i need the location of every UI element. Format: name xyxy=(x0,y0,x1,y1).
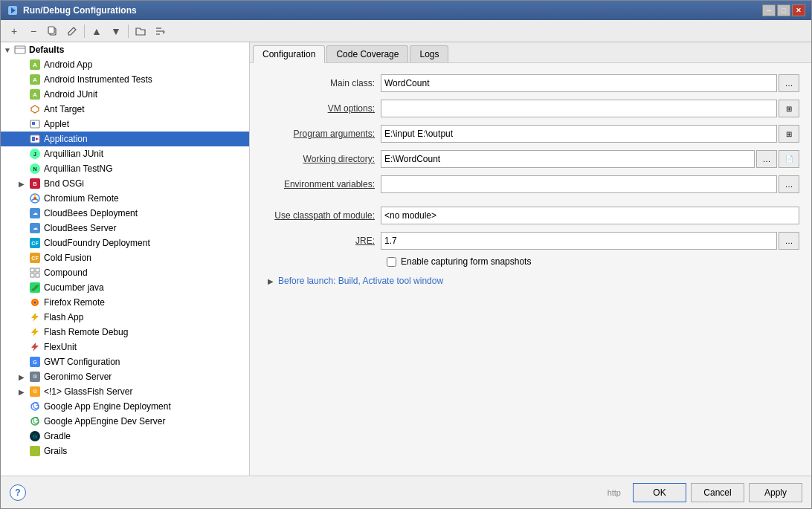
android-instrumented-icon: A xyxy=(29,74,41,85)
bottom-buttons: http OK Cancel Apply xyxy=(608,483,802,502)
android-instrumented-label: Android Instrumented Tests xyxy=(44,74,152,85)
tree-item-grails[interactable]: Grails xyxy=(1,444,249,458)
svg-text:G: G xyxy=(33,401,39,411)
gradle-icon: G xyxy=(29,430,41,442)
add-button[interactable]: + xyxy=(5,23,23,39)
tab-logs[interactable]: Logs xyxy=(410,45,448,62)
svg-marker-28 xyxy=(31,328,39,337)
dialog-icon xyxy=(7,4,19,16)
chromium-remote-icon xyxy=(29,192,41,204)
tab-configuration[interactable]: Configuration xyxy=(253,45,325,63)
module-select[interactable]: <no module> xyxy=(381,207,799,224)
minimize-button[interactable]: ─ xyxy=(762,4,776,16)
tree-item-flash-app[interactable]: Flash App xyxy=(1,310,249,325)
tree-item-compound[interactable]: Compound xyxy=(1,265,249,280)
edit-button[interactable] xyxy=(63,23,81,39)
tree-item-geronimo-server[interactable]: ▶ ⚙ Geronimo Server xyxy=(1,369,249,384)
svg-rect-20 xyxy=(30,268,34,272)
enable-snapshots-checkbox[interactable] xyxy=(387,257,396,267)
module-combo-wrapper: <no module> xyxy=(381,207,799,224)
jre-select[interactable]: 1.7 xyxy=(381,232,777,250)
env-vars-browse-button[interactable]: … xyxy=(779,175,799,193)
before-launch-expander[interactable]: ▶ xyxy=(268,277,274,285)
tree-item-defaults[interactable]: ▼ Defaults xyxy=(1,42,249,57)
close-button[interactable]: ✕ xyxy=(792,4,805,16)
main-class-input[interactable] xyxy=(381,74,777,92)
help-button[interactable]: ? xyxy=(10,484,26,501)
move-down-button[interactable]: ▼ xyxy=(107,23,125,39)
program-args-expand-button[interactable]: ⊞ xyxy=(779,125,799,143)
module-row: Use classpath of module: <no module> xyxy=(262,206,799,225)
arquillian-junit-icon: J xyxy=(29,148,41,160)
tree-item-google-appengine-dev[interactable]: G Google AppEngine Dev Server xyxy=(1,414,249,429)
configuration-panel: Main class: … VM options: ⊞ Program argu… xyxy=(250,63,811,476)
cancel-button[interactable]: Cancel xyxy=(691,483,744,502)
tree-item-firefox-remote[interactable]: Firefox Remote xyxy=(1,295,249,310)
tab-code-coverage[interactable]: Code Coverage xyxy=(326,45,408,62)
tree-item-cucumber-java[interactable]: 🥒 Cucumber java xyxy=(1,280,249,295)
title-bar: Run/Debug Configurations ─ □ ✕ xyxy=(1,1,811,20)
tree-item-arquillian-testng[interactable]: N Arquillian TestNG xyxy=(1,161,249,176)
before-launch-link[interactable]: Before launch: Build, Activate tool wind… xyxy=(278,276,443,286)
jre-browse-button[interactable]: … xyxy=(779,232,799,250)
tree-item-cloudfoundry[interactable]: CF CloudFoundry Deployment xyxy=(1,236,249,250)
working-dir-row: Working directory: … 📄 xyxy=(262,149,799,169)
env-vars-input[interactable] xyxy=(381,175,777,193)
jre-label: JRE: xyxy=(262,236,381,246)
gradle-label: Gradle xyxy=(44,431,71,441)
move-up-button[interactable]: ▲ xyxy=(88,23,106,39)
tree-item-application[interactable]: Application xyxy=(1,132,249,146)
tree-item-flexunit[interactable]: FlexUnit xyxy=(1,340,249,354)
apply-button[interactable]: Apply xyxy=(749,483,802,502)
tree-item-arquillian-junit[interactable]: J Arquillian JUnit xyxy=(1,146,249,161)
chromium-remote-label: Chromium Remote xyxy=(44,193,119,204)
tree-item-android-app[interactable]: A Android App xyxy=(1,57,249,72)
working-dir-macro-button[interactable]: 📄 xyxy=(779,150,799,168)
cloudbees-server-label: CloudBees Server xyxy=(44,223,116,233)
tree-item-bnd-osgi[interactable]: ▶ B Bnd OSGi xyxy=(1,176,249,191)
tree-item-cold-fusion[interactable]: CF Cold Fusion xyxy=(1,250,249,265)
geronimo-server-icon: ⚙ xyxy=(29,371,41,383)
toolbar: + − ▲ ▼ xyxy=(1,20,811,42)
application-icon xyxy=(29,133,41,145)
tree-item-gradle[interactable]: G Gradle xyxy=(1,429,249,444)
tree-item-gwt-configuration[interactable]: G GWT Configuration xyxy=(1,354,249,369)
tree-item-android-instrumented[interactable]: A Android Instrumented Tests xyxy=(1,72,249,87)
remove-button[interactable]: − xyxy=(25,23,42,39)
main-class-row: Main class: … xyxy=(262,74,799,93)
main-class-browse-button[interactable]: … xyxy=(779,74,799,92)
tree-item-flash-remote-debug[interactable]: Flash Remote Debug xyxy=(1,325,249,340)
tree-item-ant-target[interactable]: Ant Target xyxy=(1,102,249,117)
google-appengine-dev-label: Google AppEngine Dev Server xyxy=(44,416,165,427)
android-app-label: Android App xyxy=(44,59,92,70)
tree-item-cloudbees-server[interactable]: ☁ CloudBees Server xyxy=(1,221,249,236)
flexunit-icon xyxy=(29,341,41,353)
url-hint: http xyxy=(608,488,621,497)
applet-label: Applet xyxy=(44,119,69,129)
program-args-input[interactable] xyxy=(381,125,777,143)
folder-button[interactable] xyxy=(132,23,149,39)
google-appengine-dev-icon: G xyxy=(29,415,41,427)
vm-options-input[interactable] xyxy=(381,100,777,117)
copy-button[interactable] xyxy=(44,23,62,39)
tabs-bar: Configuration Code Coverage Logs xyxy=(250,42,811,63)
tree-item-android-junit[interactable]: A Android JUnit xyxy=(1,87,249,102)
cucumber-java-label: Cucumber java xyxy=(44,282,104,293)
working-dir-input[interactable] xyxy=(381,150,755,168)
tree-item-chromium-remote[interactable]: Chromium Remote xyxy=(1,191,249,206)
tree-item-cloudbees-deployment[interactable]: ☁ CloudBees Deployment xyxy=(1,206,249,221)
ok-button[interactable]: OK xyxy=(633,483,686,502)
tree-item-glassfish-server[interactable]: ▶ ⚙ <!1> GlassFish Server xyxy=(1,384,249,399)
bottom-bar: ? http OK Cancel Apply xyxy=(1,476,811,508)
application-label: Application xyxy=(44,134,88,144)
tree-item-google-app-engine[interactable]: G Google App Engine Deployment xyxy=(1,399,249,414)
vm-options-expand-button[interactable]: ⊞ xyxy=(779,100,799,117)
program-args-row: Program arguments: ⊞ xyxy=(262,124,799,143)
tree-item-applet[interactable]: Applet xyxy=(1,117,249,132)
maximize-button[interactable]: □ xyxy=(777,4,790,16)
glassfish-server-expander: ▶ xyxy=(19,388,29,396)
arquillian-testng-icon: N xyxy=(29,163,41,175)
sort-button[interactable] xyxy=(151,23,169,39)
main-class-label: Main class: xyxy=(262,78,381,88)
working-dir-browse-button[interactable]: … xyxy=(756,150,777,168)
